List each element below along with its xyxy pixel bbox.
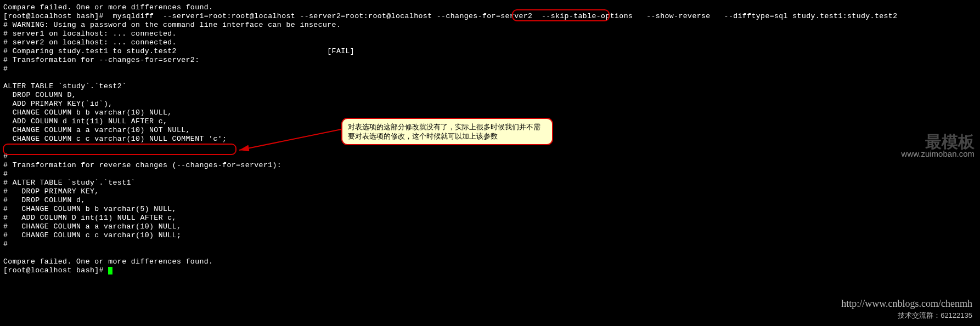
terminal-line: ADD PRIMARY KEY(`id`), (3, 100, 977, 108)
terminal-line: CHANGE COLUMN b b varchar(10) NULL, (3, 108, 977, 117)
terminal-line: [root@localhost bash]# (3, 266, 977, 275)
watermark-blog-url: http://www.cnblogs.com/chenmh (841, 298, 972, 310)
terminal-line: # Comparing study.test1 to study.test2 [… (3, 47, 977, 56)
highlight-box-skip-table-options (512, 9, 610, 21)
terminal-line: # Transformation for reverse changes (--… (3, 161, 977, 170)
terminal-line: # DROP COLUMN d, (3, 196, 977, 205)
terminal-line: ALTER TABLE `study`.`test2` (3, 82, 977, 91)
terminal-cursor (108, 267, 112, 274)
terminal-line: # DROP PRIMARY KEY, (3, 187, 977, 196)
terminal-line: DROP COLUMN D, (3, 91, 977, 100)
terminal-line: # (3, 240, 977, 249)
terminal-line: # CHANGE COLUMN a a varchar(10) NULL, (3, 222, 977, 231)
terminal-line: # (3, 65, 977, 73)
terminal-line: # ADD COLUMN D int(11) NULL AFTER c, (3, 214, 977, 222)
annotation-callout: 对表选项的这部分修改就没有了，实际上很多时候我们并不需要对表选项的修改，这个时候… (341, 118, 553, 145)
terminal-line: Compare failed. One or more differences … (3, 258, 977, 266)
terminal-line: # ALTER TABLE `study`.`test1` (3, 179, 977, 187)
highlight-box-removed-section (3, 144, 236, 155)
terminal-line: Compare failed. One or more differences … (3, 3, 977, 12)
terminal-line: # server1 on localhost: ... connected. (3, 30, 977, 38)
terminal-line: # CHANGE COLUMN c c varchar(10) NULL; (3, 231, 977, 240)
terminal-line: # server2 on localhost: ... connected. (3, 38, 977, 47)
terminal-line: # CHANGE COLUMN b b varchar(5) NULL, (3, 205, 977, 214)
annotation-text: 对表选项的这部分修改就没有了，实际上很多时候我们并不需要对表选项的修改，这个时候… (348, 123, 540, 140)
terminal-line (3, 249, 977, 258)
terminal-line: # (3, 170, 977, 179)
terminal-line: # WARNING: Using a password on the comma… (3, 21, 977, 30)
terminal-line: # Transformation for --changes-for=serve… (3, 56, 977, 65)
terminal-line: [root@localhost bash]# mysqldiff --serve… (3, 12, 977, 21)
watermark-qq-group: 技术交流群：62122135 (898, 311, 972, 321)
terminal-line (3, 73, 977, 82)
